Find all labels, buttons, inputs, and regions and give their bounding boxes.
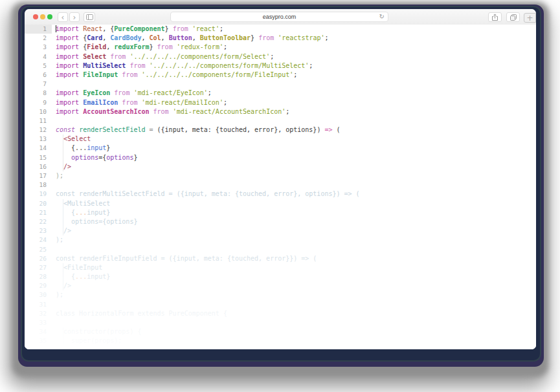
line-number: 1	[25, 25, 52, 34]
url-text: easypro.com	[263, 14, 297, 20]
code-line: 25	[25, 245, 536, 254]
sidebar-button[interactable]	[84, 12, 95, 22]
line-number: 16	[25, 162, 52, 171]
code-line: 34 constructor(props) {	[25, 327, 536, 336]
hero-browser-mockup: ‹ › easypro.com ↻	[0, 0, 560, 392]
share-button[interactable]	[488, 12, 502, 22]
line-source: import {Field, reduxForm} from 'redux-fo…	[52, 43, 227, 52]
line-number: 26	[25, 254, 52, 263]
forward-button[interactable]: ›	[69, 12, 80, 22]
line-number: 3	[25, 43, 52, 52]
code-line: 29 />	[25, 281, 536, 290]
line-source: options={options}	[52, 217, 137, 226]
code-line: 27 <FileInput	[25, 263, 536, 272]
sidebar-icon	[86, 14, 93, 20]
code-line: 1import React, {PureComponent} from 'rea…	[25, 25, 536, 34]
browser-toolbar: ‹ › easypro.com ↻	[25, 9, 536, 25]
code-line: 23 />	[25, 226, 536, 235]
line-source: <Select	[52, 135, 91, 144]
address-bar[interactable]: easypro.com ↻	[170, 12, 388, 22]
code-editor: 1import React, {PureComponent} from 'rea…	[25, 25, 536, 349]
reload-icon[interactable]: ↻	[379, 13, 385, 20]
line-source	[52, 318, 56, 327]
line-source: import MultiSelect from '../../../../com…	[52, 61, 313, 71]
line-source: );	[52, 171, 63, 180]
share-icon	[491, 14, 498, 21]
line-number: 30	[25, 290, 52, 299]
line-source: />	[52, 281, 71, 290]
line-source	[52, 116, 56, 125]
line-number: 17	[25, 171, 52, 180]
line-source	[52, 300, 56, 309]
code-line: 30);	[25, 290, 536, 299]
line-source: const renderSelectField = ({input, meta:…	[52, 125, 341, 135]
indent-guide	[63, 272, 63, 281]
code-line: 28 {...input}	[25, 272, 536, 281]
line-number: 33	[25, 318, 52, 327]
indent-guide	[63, 336, 63, 345]
back-button[interactable]: ‹	[58, 12, 68, 22]
code-line: 26const renderFileInputField = ({input, …	[25, 254, 536, 263]
line-number: 32	[25, 309, 52, 318]
line-number: 4	[25, 52, 52, 61]
indent-guide	[63, 144, 63, 153]
line-number: 14	[25, 144, 52, 153]
code-line: 15 options={options}	[25, 153, 536, 162]
line-source: {...input}	[52, 144, 110, 153]
minimize-window-button[interactable]	[40, 14, 45, 19]
tabs-icon	[510, 14, 517, 21]
browser-window: ‹ › easypro.com ↻	[25, 9, 536, 349]
new-tab-button[interactable]: +	[524, 13, 536, 23]
line-source: <MultiSelect	[52, 199, 110, 208]
line-number: 12	[25, 125, 52, 135]
code-line: 20 <MultiSelect	[25, 199, 536, 208]
line-number: 13	[25, 135, 52, 144]
line-number: 20	[25, 199, 52, 208]
indent-guide	[63, 217, 63, 226]
tab-overview-button[interactable]	[506, 12, 520, 22]
code-line: 33	[25, 318, 536, 327]
line-number: 27	[25, 263, 52, 272]
code-line: 10import AccountSearchIcon from 'mdi-rea…	[25, 107, 536, 116]
code-line: 32class HorizontalForm extends PureCompo…	[25, 309, 536, 318]
line-number: 8	[25, 89, 52, 98]
zoom-window-button[interactable]	[47, 14, 52, 19]
indent-guide	[63, 199, 63, 208]
line-number: 6	[25, 71, 52, 80]
line-number: 15	[25, 153, 52, 162]
line-source: import AccountSearchIcon from 'mdi-react…	[52, 107, 289, 116]
line-number: 31	[25, 300, 52, 309]
line-number: 11	[25, 116, 52, 125]
code-line: 11	[25, 116, 536, 125]
line-number: 7	[25, 80, 52, 89]
code-line: 22 options={options}	[25, 217, 536, 226]
line-number: 35	[25, 336, 52, 345]
close-window-button[interactable]	[33, 14, 38, 19]
plus-icon: +	[526, 14, 533, 22]
code-line: 19const renderMultiSelectField = ({input…	[25, 190, 536, 199]
line-source	[52, 245, 56, 254]
code-line: 8import EyeIcon from 'mdi-react/EyeIcon'…	[25, 89, 536, 98]
code-line: 3import {Field, reduxForm} from 'redux-f…	[25, 43, 536, 52]
line-number: 23	[25, 226, 52, 235]
line-source: import React, {PureComponent} from 'reac…	[52, 25, 223, 34]
line-number: 10	[25, 107, 52, 116]
line-source: import FileInput from '../../../../compo…	[52, 71, 297, 80]
code-line: 2import {Card, CardBody, Col, Button, Bu…	[25, 34, 536, 43]
line-source: import EmailIcon from 'mdi-react/EmailIc…	[52, 98, 227, 107]
code-line: 13 <Select	[25, 135, 536, 144]
code-line: 12const renderSelectField = ({input, met…	[25, 125, 536, 135]
code-line: 18	[25, 180, 536, 190]
line-number: 25	[25, 245, 52, 254]
code-line: 14 {...input}	[25, 144, 536, 153]
line-source: );	[52, 235, 63, 245]
line-source: const renderMultiSelectField = ({input, …	[52, 190, 360, 199]
line-number: 2	[25, 34, 52, 43]
indent-guide	[63, 327, 63, 336]
back-icon: ‹	[62, 14, 65, 21]
line-source: import Select from '../../../../componen…	[52, 52, 274, 61]
line-source: class HorizontalForm extends PureCompone…	[52, 309, 227, 318]
line-source: {...input}	[52, 272, 110, 281]
line-source: import {Card, CardBody, Col, Button, But…	[52, 34, 329, 43]
code-line: 31	[25, 300, 536, 309]
